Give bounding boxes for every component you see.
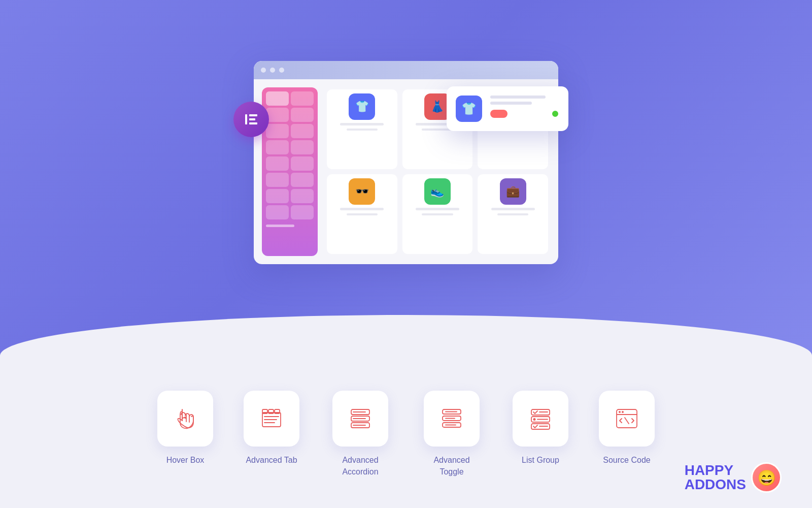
product-card: 👟 xyxy=(402,174,473,254)
logo-addons: ADDONS xyxy=(685,478,746,492)
floating-toggle-row xyxy=(490,110,559,118)
feature-advanced-tab[interactable]: Advanced Tab xyxy=(244,391,299,466)
browser-bar xyxy=(254,61,558,79)
svg-point-28 xyxy=(533,418,536,421)
advanced-accordion-label: Advanced Accordion xyxy=(330,455,391,478)
browser-dot-3 xyxy=(279,68,284,73)
floating-card: 👕 xyxy=(447,86,568,131)
svg-point-33 xyxy=(619,411,621,413)
hover-box-icon xyxy=(171,404,199,433)
feature-advanced-accordion[interactable]: Advanced Accordion xyxy=(330,391,391,478)
advanced-tab-label: Advanced Tab xyxy=(246,455,297,466)
floating-line-1 xyxy=(490,96,546,99)
advanced-accordion-icon xyxy=(346,404,375,433)
floating-details xyxy=(490,96,559,118)
elementor-badge xyxy=(233,102,269,137)
list-group-label: List Group xyxy=(522,455,559,466)
browser-dot-1 xyxy=(261,68,266,73)
source-code-icon xyxy=(613,404,641,433)
source-code-icon-box xyxy=(599,391,655,447)
hover-box-label: Hover Box xyxy=(166,455,205,466)
floating-product-icon: 👕 xyxy=(456,96,482,122)
list-group-icon-box xyxy=(513,391,568,447)
list-group-icon xyxy=(526,404,555,433)
browser-dot-2 xyxy=(270,68,275,73)
logo-happy: HAPPY xyxy=(685,463,746,478)
svg-rect-3 xyxy=(249,122,257,124)
advanced-tab-icon-box xyxy=(244,391,299,447)
svg-point-4 xyxy=(184,417,186,419)
advanced-tab-icon xyxy=(257,404,286,433)
floating-line-2 xyxy=(490,102,532,105)
svg-rect-2 xyxy=(249,118,255,120)
advanced-toggle-icon-box xyxy=(424,391,480,447)
sidebar-panel xyxy=(262,87,318,256)
advanced-toggle-icon xyxy=(437,404,466,433)
toggle-pill xyxy=(490,110,507,118)
svg-line-35 xyxy=(625,418,629,424)
product-card: 👕 xyxy=(327,89,397,169)
source-code-label: Source Code xyxy=(603,455,650,466)
logo-text: HAPPY ADDONS xyxy=(685,463,746,492)
product-card: 🕶️ xyxy=(327,174,397,254)
feature-advanced-toggle[interactable]: Advanced Toggle xyxy=(421,391,482,478)
happy-addons-logo: HAPPY ADDONS 😄 xyxy=(685,462,782,493)
svg-rect-0 xyxy=(245,114,247,124)
feature-hover-box[interactable]: Hover Box xyxy=(157,391,213,466)
logo-face: 😄 xyxy=(751,462,782,493)
product-card: 💼 xyxy=(478,174,548,254)
advanced-accordion-icon-box xyxy=(332,391,388,447)
feature-list-group[interactable]: List Group xyxy=(513,391,568,466)
svg-point-34 xyxy=(622,411,624,413)
hover-box-icon-box xyxy=(157,391,213,447)
svg-rect-1 xyxy=(249,114,257,116)
toggle-circle xyxy=(551,110,559,118)
advanced-toggle-label: Advanced Toggle xyxy=(421,455,482,478)
feature-source-code[interactable]: Source Code xyxy=(599,391,655,466)
